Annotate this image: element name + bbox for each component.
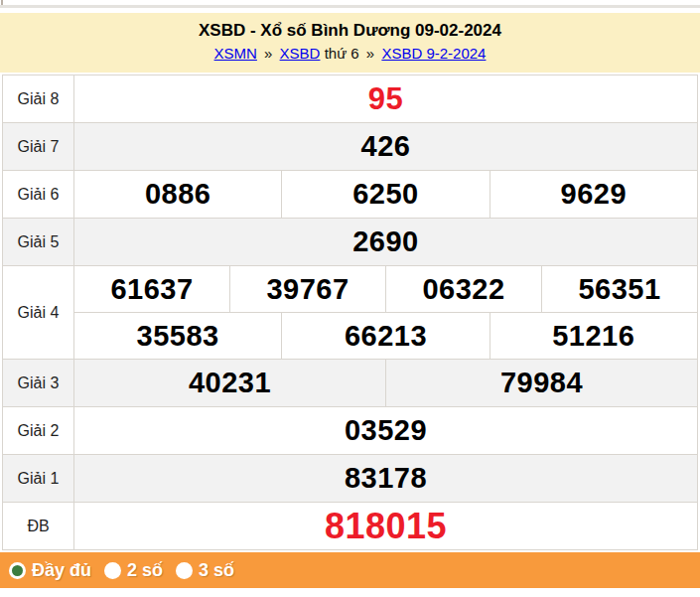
prize5-number: 2690 [74, 219, 698, 266]
option-label: 2 số [127, 560, 163, 581]
breadcrumb-weekday: thứ 6 [325, 45, 359, 62]
option-label: Đầy đủ [32, 560, 91, 581]
breadcrumb-link-xsbd[interactable]: XSBD [280, 45, 321, 62]
prize6-number: 6250 [282, 171, 490, 219]
prize-label: Giải 4 [3, 266, 74, 360]
table-row-prize6: Giải 6 0886 6250 9629 [3, 171, 698, 219]
prize4-number: 39767 [229, 266, 385, 313]
table-row-special-prize: ĐB 818015 [3, 503, 698, 550]
prize-label: Giải 3 [3, 360, 74, 407]
prize3-number: 79984 [385, 360, 697, 407]
prize-label: Giải 6 [3, 171, 74, 219]
prize8-number: 95 [74, 75, 698, 123]
page-title: XSBD - Xổ số Bình Dương 09-02-2024 [0, 20, 700, 42]
prize-label: Giải 8 [3, 75, 74, 123]
table-row-prize8: Giải 8 95 [3, 75, 698, 123]
radio-unselected-icon[interactable] [176, 562, 193, 579]
prize-label: ĐB [3, 503, 74, 550]
table-row-prize3: Giải 3 40231 79984 [3, 360, 698, 407]
table-row-prize2: Giải 2 03529 [3, 407, 698, 455]
prize4-number: 51216 [490, 313, 697, 360]
option-3-digits[interactable]: 3 số [176, 560, 234, 581]
prize4-number: 06322 [385, 266, 541, 313]
table-row-prize4-line2: 35583 66213 51216 [3, 313, 698, 360]
option-full-digits[interactable]: Đầy đủ [9, 560, 91, 581]
prize4-number: 56351 [541, 266, 697, 313]
lottery-header: XSBD - Xổ số Bình Dương 09-02-2024 XSMN … [0, 13, 700, 73]
display-options-bar: Đầy đủ 2 số 3 số [0, 552, 700, 588]
prize2-number: 03529 [74, 407, 698, 455]
prize-label: Giải 2 [3, 407, 74, 455]
prize4-number: 66213 [282, 313, 490, 360]
special-prize-number: 818015 [74, 503, 698, 550]
breadcrumb-link-date[interactable]: XSBD 9-2-2024 [381, 45, 486, 62]
horizontal-divider [0, 5, 700, 8]
prize4-number: 61637 [74, 266, 230, 313]
prize-label: Giải 5 [3, 219, 74, 266]
breadcrumb: XSMN » XSBD thứ 6 » XSBD 9-2-2024 [0, 44, 700, 64]
table-row-prize5: Giải 5 2690 [3, 219, 698, 266]
prize6-number: 9629 [490, 171, 697, 219]
prize-label: Giải 7 [3, 123, 74, 171]
table-row-prize4-line1: Giải 4 61637 39767 06322 56351 [3, 266, 698, 313]
table-row-prize7: Giải 7 426 [3, 123, 698, 171]
breadcrumb-separator: » [363, 45, 377, 62]
top-page-fragment [0, 0, 700, 13]
option-label: 3 số [199, 560, 234, 581]
prize-label: Giải 1 [3, 455, 74, 503]
radio-unselected-icon[interactable] [104, 562, 121, 579]
prize7-number: 426 [74, 123, 698, 171]
results-table: Giải 8 95 Giải 7 426 Giải 6 0886 6250 96… [2, 75, 698, 550]
prize1-number: 83178 [74, 455, 698, 503]
prize3-number: 40231 [74, 360, 386, 407]
prize4-number: 35583 [74, 313, 282, 360]
breadcrumb-link-xsmn[interactable]: XSMN [214, 45, 257, 62]
breadcrumb-separator: » [261, 45, 275, 62]
option-2-digits[interactable]: 2 số [104, 560, 163, 581]
prize6-number: 0886 [74, 171, 282, 219]
table-row-prize1: Giải 1 83178 [3, 455, 698, 503]
radio-selected-icon[interactable] [9, 562, 26, 579]
